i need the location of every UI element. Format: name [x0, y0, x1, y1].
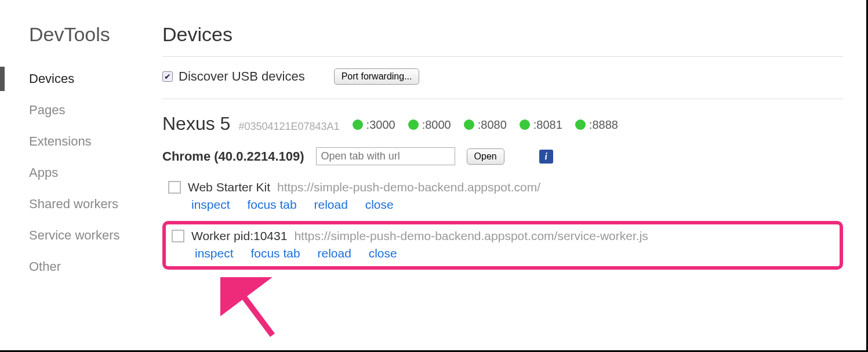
inspect-target-highlighted: Worker pid:10431 https://simple-push-dem… [162, 221, 843, 270]
device-id: #03504121E07843A1 [238, 121, 339, 133]
target-url: https://simple-push-demo-backend.appspot… [294, 229, 648, 243]
reload-link[interactable]: reload [314, 198, 347, 211]
inspect-link[interactable]: inspect [195, 246, 234, 260]
browser-row: Chrome (40.0.2214.109) Open i [162, 147, 843, 165]
sidebar-item-devices[interactable]: Devices [29, 63, 162, 95]
target-checkbox[interactable] [172, 230, 184, 242]
open-button[interactable]: Open [467, 148, 504, 165]
sidebar-item-extensions[interactable]: Extensions [29, 126, 162, 157]
discover-usb-label: Discover USB devices [179, 69, 305, 84]
discover-row: ✔ Discover USB devices Port forwarding..… [162, 68, 843, 99]
close-link[interactable]: close [365, 198, 394, 211]
app-title: DevTools [29, 23, 162, 46]
port-label: :8888 [589, 118, 618, 132]
status-dot-icon [408, 119, 419, 130]
reload-link[interactable]: reload [317, 246, 351, 260]
inspect-target: Web Starter Kit https://simple-push-demo… [162, 176, 843, 217]
browser-label: Chrome (40.0.2214.109) [162, 149, 304, 164]
status-dot-icon [464, 119, 474, 130]
target-title: Worker pid:10431 [191, 229, 287, 243]
inspect-link[interactable]: inspect [191, 198, 230, 211]
port-status: :8000 [408, 118, 451, 132]
status-dot-icon [575, 119, 586, 130]
sidebar-item-service-workers[interactable]: Service workers [29, 220, 162, 251]
target-url: https://simple-push-demo-backend.appspot… [277, 180, 540, 194]
status-dot-icon [353, 119, 363, 130]
port-status: :3000 [353, 118, 395, 132]
main-content: Devices ✔ Discover USB devices Port forw… [162, 23, 866, 350]
device-name: Nexus 5 [162, 113, 230, 135]
focus-tab-link[interactable]: focus tab [250, 246, 300, 260]
port-label: :8000 [422, 118, 451, 132]
target-title: Web Starter Kit [188, 180, 270, 194]
sidebar-item-apps[interactable]: Apps [29, 157, 162, 188]
target-checkbox[interactable] [168, 181, 181, 194]
port-label: :8080 [478, 118, 507, 132]
page-title: Devices [162, 23, 843, 57]
focus-tab-link[interactable]: focus tab [247, 198, 296, 211]
status-dot-icon [520, 119, 530, 130]
port-status: :8080 [464, 118, 507, 132]
port-status: :8888 [575, 118, 618, 132]
port-label: :3000 [366, 118, 395, 132]
sidebar: DevTools Devices Pages Extensions Apps S… [0, 23, 162, 350]
port-label: :8081 [533, 118, 562, 132]
port-status: :8081 [520, 118, 562, 132]
sidebar-item-pages[interactable]: Pages [29, 95, 162, 126]
sidebar-item-other[interactable]: Other [29, 251, 162, 282]
port-forwarding-button[interactable]: Port forwarding... [334, 68, 420, 85]
info-icon[interactable]: i [539, 150, 553, 164]
close-link[interactable]: close [369, 246, 397, 260]
device-header: Nexus 5 #03504121E07843A1 :3000 :8000 :8… [162, 113, 843, 135]
open-tab-url-input[interactable] [316, 147, 455, 165]
sidebar-item-shared-workers[interactable]: Shared workers [29, 188, 162, 220]
discover-usb-checkbox[interactable]: ✔ [162, 71, 173, 82]
